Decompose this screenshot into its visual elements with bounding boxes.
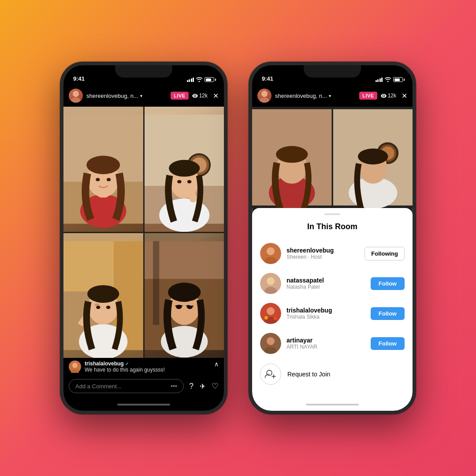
status-icons-right xyxy=(376,77,403,82)
svg-point-9 xyxy=(107,178,111,182)
viewers-left: 12k xyxy=(192,93,208,99)
comment-username: trishalalovebug ✓ xyxy=(85,361,211,367)
signal-icon-left xyxy=(187,78,194,82)
svg-point-48 xyxy=(260,97,269,103)
verified-icon: ✓ xyxy=(125,361,129,366)
status-bar-left: 9:41 xyxy=(63,65,224,85)
comment-avatar xyxy=(69,361,81,373)
sheet-title: In This Room xyxy=(252,222,413,231)
action-icons-left: ? ✈ ♡ xyxy=(189,381,219,391)
room-user-info-1: shereenlovebug Shereen · Host xyxy=(286,247,359,260)
svg-point-71 xyxy=(264,316,268,320)
phone-header-left: shereenlovebug, n... ▾ LIVE 12k ✕ xyxy=(63,85,224,107)
status-icons-left xyxy=(187,77,215,82)
svg-point-7 xyxy=(86,156,120,174)
svg-point-0 xyxy=(73,91,79,97)
comment-content: trishalalovebug ✓ We have to do this aga… xyxy=(85,361,211,373)
svg-point-61 xyxy=(358,149,388,164)
svg-point-66 xyxy=(267,277,275,285)
follow-button-2[interactable]: Follow xyxy=(371,277,405,290)
header-avatar-right xyxy=(257,89,271,103)
header-avatar-left xyxy=(69,89,83,103)
close-button-right[interactable]: ✕ xyxy=(402,92,407,100)
status-bar-right: 9:41 xyxy=(252,65,413,85)
room-avatar-3 xyxy=(260,303,281,324)
video-cell-right-1 xyxy=(252,107,332,208)
sheet-handle xyxy=(324,213,340,215)
room-fullname-1: Shereen · Host xyxy=(286,254,359,260)
svg-point-32 xyxy=(106,305,111,309)
heart-icon[interactable]: ♡ xyxy=(212,381,219,391)
svg-point-72 xyxy=(274,317,276,320)
share-icon[interactable]: ✈ xyxy=(200,382,205,390)
comment-bar-left: trishalalovebug ✓ We have to do this aga… xyxy=(63,358,224,376)
svg-point-43 xyxy=(187,301,195,305)
room-fullname-2: Natasha Patel xyxy=(286,284,365,290)
battery-icon-left xyxy=(205,77,214,82)
room-avatar-4 xyxy=(260,333,281,354)
follow-button-3[interactable]: Follow xyxy=(371,307,405,320)
live-badge-right: LIVE xyxy=(359,92,377,100)
phone-left: 9:41 xyxy=(60,62,227,414)
room-username-2: natassapatel xyxy=(286,277,365,284)
video-cell-2 xyxy=(145,107,224,232)
home-bar-left xyxy=(117,404,170,405)
add-person-icon xyxy=(265,369,276,379)
room-user-item-2: natassapatel Natasha Patel Follow xyxy=(252,268,413,298)
svg-point-47 xyxy=(261,91,268,97)
room-fullname-3: Trishala Sikka xyxy=(286,314,365,320)
room-user-info-3: trishalalovebug Trishala Sikka xyxy=(286,307,365,320)
username-left: shereenlovebug, n... xyxy=(86,93,138,99)
expand-icon[interactable]: ∧ xyxy=(214,361,219,368)
svg-point-30 xyxy=(87,285,119,303)
svg-point-74 xyxy=(267,337,275,345)
room-avatar-2 xyxy=(260,273,281,294)
chevron-down-icon-left: ▾ xyxy=(140,93,142,98)
comment-item: trishalalovebug ✓ We have to do this aga… xyxy=(69,361,219,373)
username-right: shereenlovebug, n... xyxy=(275,93,327,99)
comment-input-container[interactable]: Add a Comment... ••• xyxy=(69,379,184,393)
room-user-info-2: natassapatel Natasha Patel xyxy=(286,277,365,290)
time-left: 9:41 xyxy=(73,75,85,82)
svg-point-63 xyxy=(267,247,275,255)
request-join-icon xyxy=(260,364,281,385)
request-join-item[interactable]: Request to Join xyxy=(252,358,413,390)
input-bar-left: Add a Comment... ••• ? ✈ ♡ xyxy=(63,376,224,398)
svg-point-21 xyxy=(187,180,191,183)
viewer-count-right: 12k xyxy=(388,93,396,99)
video-grid-left xyxy=(63,107,224,358)
signal-icon-right xyxy=(376,78,383,82)
live-badge-left: LIVE xyxy=(171,92,188,100)
svg-point-31 xyxy=(96,305,100,309)
wifi-icon-right xyxy=(385,77,391,82)
close-button-left[interactable]: ✕ xyxy=(213,92,219,100)
eye-icon-left xyxy=(192,94,198,98)
svg-point-45 xyxy=(72,363,78,368)
question-icon[interactable]: ? xyxy=(189,382,193,391)
room-avatar-1 xyxy=(260,243,281,264)
bottom-sheet: In This Room shereenlovebug Shereen · Ho… xyxy=(252,208,413,398)
room-user-item-3: trishalalovebug Trishala Sikka Follow xyxy=(252,298,413,328)
following-button-1[interactable]: Following xyxy=(364,247,405,260)
svg-point-19 xyxy=(169,160,200,177)
username-area-right: shereenlovebug, n... ▾ xyxy=(275,93,356,99)
svg-point-8 xyxy=(96,178,100,182)
room-user-item-4: artinayar ARTI NAYAR Follow xyxy=(252,328,413,358)
request-join-label: Request to Join xyxy=(287,371,330,378)
home-indicator-left xyxy=(63,398,224,411)
svg-rect-36 xyxy=(153,241,159,325)
viewer-count-left: 12k xyxy=(199,93,208,99)
video-cell-1 xyxy=(63,107,143,232)
input-more-icon[interactable]: ••• xyxy=(171,383,177,390)
room-username-4: artinayar xyxy=(286,337,365,344)
svg-point-20 xyxy=(177,180,182,183)
svg-point-40 xyxy=(168,283,201,302)
phone-right: 9:41 xyxy=(249,62,416,414)
svg-point-53 xyxy=(276,146,308,163)
svg-point-33 xyxy=(94,303,99,306)
follow-button-4[interactable]: Follow xyxy=(371,337,405,350)
comment-text: We have to do this again guyssss! xyxy=(85,367,211,373)
eye-icon-right xyxy=(381,94,387,98)
video-cell-3 xyxy=(63,233,143,358)
username-area-left: shereenlovebug, n... ▾ xyxy=(86,93,167,99)
